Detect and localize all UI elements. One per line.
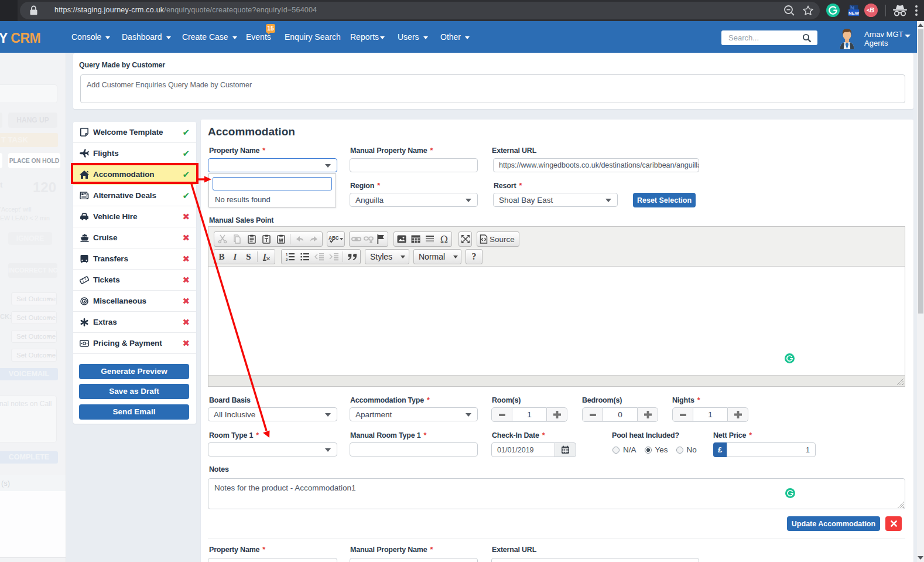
bold-icon[interactable]: B	[215, 250, 228, 264]
browser-menu-icon[interactable]	[914, 4, 919, 17]
plus-button[interactable]	[727, 407, 748, 422]
step-tickets[interactable]: Tickets ✖	[73, 270, 196, 291]
ignore-button[interactable]: IGNORE	[8, 232, 52, 245]
link-icon[interactable]	[350, 232, 362, 246]
nav-item-users[interactable]: Users	[398, 21, 428, 53]
bulleted-list-icon[interactable]	[297, 250, 312, 264]
reset-selection-button[interactable]: Reset Selection	[633, 193, 696, 207]
board-basis-select[interactable]: All Inclusive	[208, 407, 337, 421]
minus-button[interactable]	[672, 407, 693, 422]
generate-preview-button[interactable]: Generate Preview	[79, 364, 189, 379]
undo-icon[interactable]	[292, 232, 307, 246]
step-miscellaneous[interactable]: Miscellaneous ✖	[73, 291, 196, 312]
plus-button[interactable]	[637, 407, 658, 422]
nav-item-create-case[interactable]: Create Case	[182, 21, 237, 53]
minus-button[interactable]	[491, 407, 512, 422]
remove-accommodation-button[interactable]	[885, 516, 902, 531]
scroll-up-arrow[interactable]	[918, 23, 923, 27]
resort-select[interactable]: Shoal Bay East	[493, 193, 618, 207]
page-scrollbar[interactable]	[917, 21, 924, 562]
region-select[interactable]: Anguilla	[350, 193, 478, 207]
app-logo[interactable]: Y CRM	[0, 30, 40, 46]
scrollbar-thumb[interactable]	[918, 29, 923, 314]
radio-na[interactable]	[612, 447, 620, 454]
grammarly-extension-icon[interactable]	[826, 4, 840, 17]
property-name-select-2[interactable]	[208, 558, 337, 562]
nav-item-enquiry-search[interactable]: Enquiry Search	[285, 21, 341, 53]
external-url-input[interactable]: https://www.wingedboots.co.uk/destinatio…	[493, 158, 699, 172]
nav-item-console[interactable]: Console	[71, 21, 110, 53]
unlink-icon[interactable]	[362, 232, 375, 246]
paste-text-icon[interactable]	[259, 232, 273, 246]
blockquote-icon[interactable]	[345, 250, 360, 264]
numbered-list-icon[interactable]: 12	[282, 250, 297, 264]
call-notes-textarea[interactable]: nal notes on Call	[0, 396, 57, 442]
nav-item-dashboard[interactable]: Dashboard	[122, 21, 171, 53]
accommodation-type-select[interactable]: Apartment	[350, 407, 478, 421]
increase-indent-icon[interactable]	[326, 250, 341, 264]
checkin-date-input[interactable]: 01/01/2019	[491, 442, 555, 457]
source-button-label[interactable]: Source	[490, 235, 515, 244]
special-char-icon[interactable]: Ω	[437, 232, 451, 246]
decrease-indent-icon[interactable]	[312, 250, 326, 264]
set-outcome-select[interactable]: Set Outcome	[11, 330, 57, 343]
save-as-draft-button[interactable]: Save as Draft	[79, 384, 189, 399]
image-icon[interactable]	[395, 232, 409, 246]
plus-button[interactable]	[546, 407, 567, 422]
new-extension-icon[interactable]: NEW	[847, 4, 860, 17]
user-menu[interactable]: Arnav MGTAgents	[864, 30, 903, 47]
notes-textarea[interactable]: Notes for the product - Accommodation1	[208, 478, 905, 509]
copy-icon[interactable]	[230, 232, 244, 246]
scroll-down-arrow[interactable]	[918, 556, 923, 560]
step-alternative-deals[interactable]: Alternative Deals ✔	[73, 185, 196, 206]
styles-dropdown[interactable]: Styles	[365, 249, 409, 264]
step-welcome-template[interactable]: Welcome Template ✔	[73, 122, 196, 143]
search-icon[interactable]	[802, 33, 812, 43]
editor-resize-bar[interactable]	[208, 375, 905, 386]
url[interactable]: https://staging.journey-crm.co.uk/enquir…	[54, 6, 317, 14]
paste-word-icon[interactable]	[273, 232, 288, 246]
resize-grip-icon[interactable]	[896, 378, 904, 385]
update-accommodation-button[interactable]: Update Accommodation	[787, 516, 880, 531]
step-vehicle-hire[interactable]: Vehicle Hire ✖	[73, 206, 196, 227]
nav-item-other[interactable]: Other	[440, 21, 470, 53]
step-flights[interactable]: Flights ✔	[73, 143, 196, 164]
step-extras[interactable]: Extras ✖	[73, 312, 196, 333]
set-outcome-select[interactable]: Set Outcome	[11, 311, 57, 324]
nett-price-input[interactable]: 1	[727, 442, 816, 457]
redo-icon[interactable]	[307, 232, 321, 246]
horizontal-rule-icon[interactable]	[423, 232, 437, 246]
calendar-button[interactable]	[555, 442, 576, 457]
remove-format-icon[interactable]: I✕	[259, 250, 274, 264]
call-panel-input[interactable]	[0, 84, 57, 103]
manual-property-name-input-2[interactable]	[350, 558, 478, 562]
source-icon[interactable]	[478, 232, 490, 246]
minus-button[interactable]	[582, 407, 603, 422]
complete-button[interactable]: COMPLETE	[0, 451, 58, 464]
avatar[interactable]	[837, 28, 857, 49]
room-type-select[interactable]	[208, 442, 337, 457]
spellcheck-icon[interactable]: ABC	[328, 232, 344, 246]
cut-icon[interactable]	[215, 232, 230, 246]
property-search-input[interactable]	[213, 177, 332, 190]
nav-item-reports[interactable]: Reports	[350, 21, 385, 53]
help-icon[interactable]: ?	[467, 250, 481, 264]
bedrooms-value[interactable]: 0	[603, 407, 637, 422]
bookmark-star-icon[interactable]	[802, 4, 815, 17]
b-extension-icon[interactable]: B	[864, 4, 878, 17]
format-dropdown[interactable]: Normal	[413, 249, 461, 264]
step-transfers[interactable]: Transfers ✖	[73, 248, 196, 270]
italic-icon[interactable]: I	[228, 250, 242, 264]
search-input[interactable]	[721, 30, 802, 45]
manual-property-name-input[interactable]	[350, 158, 478, 172]
place-on-hold-button[interactable]: PLACE ON HOLD	[8, 153, 60, 168]
set-outcome-select[interactable]: Set Outcome	[11, 292, 57, 305]
voicemail-button[interactable]: VOICEMAIL	[0, 368, 58, 380]
strikethrough-icon[interactable]: S	[242, 250, 255, 264]
anchor-flag-icon[interactable]	[375, 232, 387, 246]
set-outcome-select[interactable]: Set Outcome	[11, 349, 57, 362]
maximize-icon[interactable]	[460, 232, 471, 246]
incorrect-no-button[interactable]: INCORRECT NO	[8, 263, 57, 278]
table-icon[interactable]	[409, 232, 423, 246]
rooms-value[interactable]: 1	[512, 407, 546, 422]
